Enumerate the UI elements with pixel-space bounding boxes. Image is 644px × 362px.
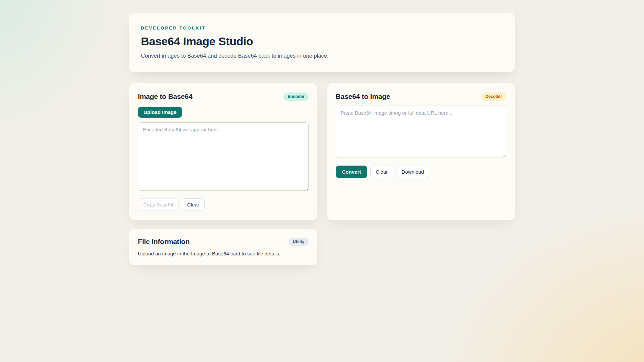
convert-button[interactable]: Convert: [336, 166, 368, 178]
file-info-card-title: File Information: [138, 238, 190, 246]
decoder-card-title: Base64 to Image: [336, 93, 390, 101]
file-info-card: File Information Utility Upload an image…: [129, 229, 318, 266]
decoder-card: Base64 to Image Decoder Convert Clear Do…: [327, 83, 516, 221]
decoder-clear-button[interactable]: Clear: [370, 166, 393, 178]
encoder-clear-button[interactable]: Clear: [182, 198, 205, 211]
base64-output-textarea[interactable]: [138, 122, 309, 191]
header-card: DEVELOPER TOOLKIT Base64 Image Studio Co…: [129, 13, 515, 72]
download-button[interactable]: Download: [396, 166, 429, 178]
decoder-badge: Decoder: [481, 93, 506, 101]
base64-input-textarea[interactable]: [336, 106, 506, 158]
encoder-card-title: Image to Base64: [138, 93, 193, 101]
encoder-actions: Copy Base64 Clear: [138, 198, 309, 211]
file-info-card-header: File Information Utility: [138, 238, 309, 246]
encoder-card-header: Image to Base64 Encoder: [138, 93, 309, 101]
decoder-actions: Convert Clear Download: [336, 166, 506, 178]
upload-image-button[interactable]: Upload Image: [138, 107, 182, 118]
utility-badge: Utility: [289, 238, 309, 246]
page-container: DEVELOPER TOOLKIT Base64 Image Studio Co…: [129, 0, 515, 265]
page-subtitle: Convert images to Base64 and decode Base…: [141, 53, 503, 59]
cards-grid: Image to Base64 Encoder Upload Image Cop…: [129, 83, 515, 265]
app-eyebrow: DEVELOPER TOOLKIT: [141, 25, 503, 31]
encoder-badge: Encoder: [283, 93, 308, 101]
page-title: Base64 Image Studio: [141, 35, 503, 48]
encoder-card: Image to Base64 Encoder Upload Image Cop…: [129, 83, 318, 221]
copy-base64-button[interactable]: Copy Base64: [138, 198, 179, 211]
decoder-card-header: Base64 to Image Decoder: [336, 93, 506, 101]
file-info-empty-message: Upload an image in the Image to Base64 c…: [138, 251, 309, 256]
upload-row: Upload Image: [138, 107, 309, 118]
